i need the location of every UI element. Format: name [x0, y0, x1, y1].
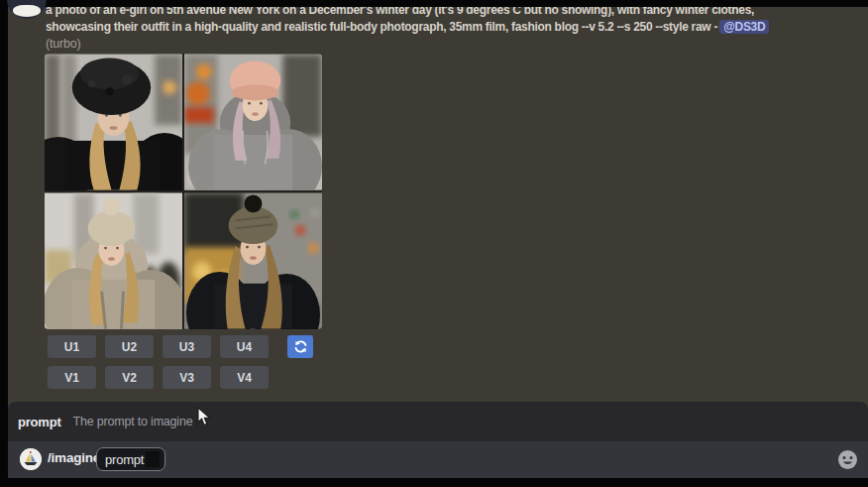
midjourney-sailboat-avatar-icon	[20, 448, 42, 470]
generated-image-bottom-right[interactable]	[184, 192, 322, 329]
variation-button-row: V1 V2 V3 V4	[48, 366, 269, 389]
bot-avatar-icon[interactable]	[7, 0, 47, 19]
rerun-button[interactable]	[287, 335, 313, 358]
message-prompt-line2: showcasing their outfit in a high-qualit…	[46, 20, 769, 34]
prompt-option-input[interactable]: prompt	[96, 447, 165, 471]
option-name: prompt	[18, 415, 61, 429]
generated-image-bottom-left[interactable]	[45, 192, 182, 329]
message-prompt-line2-text: showcasing their outfit in a high-qualit…	[46, 20, 717, 34]
u4-button[interactable]: U4	[220, 335, 269, 358]
boat-hull-shape	[13, 5, 41, 17]
user-mention[interactable]: @DS3D	[719, 20, 769, 34]
u2-button[interactable]: U2	[105, 335, 154, 358]
text-cursor-block	[146, 451, 160, 467]
message-input-bar[interactable]: /imagine prompt	[8, 441, 868, 478]
u3-button[interactable]: U3	[163, 335, 211, 358]
option-description: The prompt to imagine	[73, 415, 193, 428]
letterbox-left	[0, 0, 8, 487]
smiley-emoji-icon	[837, 449, 858, 470]
autocomplete-option-row[interactable]: prompt The prompt to imagine	[8, 402, 868, 441]
v1-button[interactable]: V1	[48, 366, 96, 389]
slash-command-label: /imagine	[48, 450, 100, 465]
discord-chat-window: a photo of an e-girl on 5th avenue New Y…	[0, 0, 868, 487]
letterbox-bottom	[0, 478, 868, 487]
letterbox-top	[0, 0, 868, 7]
message-meta-turbo: (turbo)	[46, 37, 80, 51]
v3-button[interactable]: V3	[163, 366, 211, 389]
v4-button[interactable]: V4	[220, 366, 269, 389]
generated-image-top-left[interactable]	[45, 54, 182, 190]
v2-button[interactable]: V2	[105, 366, 154, 389]
emoji-picker-button[interactable]	[837, 449, 858, 470]
refresh-icon	[293, 339, 308, 354]
generated-image-top-right[interactable]	[184, 54, 322, 190]
generated-image-grid[interactable]	[45, 54, 322, 329]
u1-button[interactable]: U1	[48, 335, 96, 358]
upscale-button-row: U1 U2 U3 U4	[48, 335, 313, 358]
